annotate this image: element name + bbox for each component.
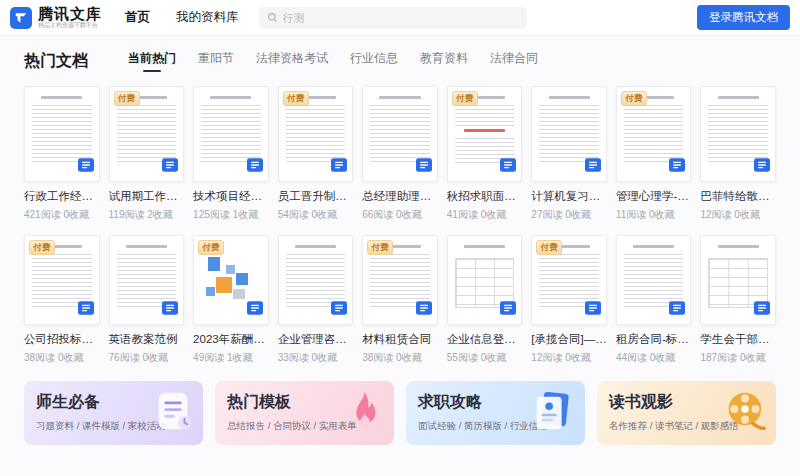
- nav-item-home[interactable]: 首页: [125, 9, 150, 26]
- search-icon: [267, 12, 278, 23]
- doc-thumbnail: 付费: [362, 235, 438, 325]
- doc-title: 企业信息登记表: [447, 332, 523, 347]
- promo-banner-orange[interactable]: 读书观影名作推荐 / 读书笔记 / 观影感悟: [597, 381, 776, 445]
- doc-file-icon: [162, 158, 178, 176]
- category-tab[interactable]: 重阳节: [198, 50, 234, 72]
- film-reel-icon: [720, 388, 768, 438]
- doc-title: 公司招投标授权...: [24, 332, 100, 347]
- doc-title: 租房合同-标准版: [616, 332, 692, 347]
- doc-thumbnail: [700, 235, 776, 325]
- doc-card[interactable]: 付费材料租赁合同38阅读 0收藏: [362, 235, 438, 365]
- paid-badge: 付费: [283, 91, 309, 106]
- doc-file-icon: [754, 301, 770, 319]
- header: 腾讯文库 精品文档资源下载平台 首页 我的资料库 登录腾讯文档: [0, 0, 800, 36]
- doc-card[interactable]: 付费管理心理学-复习...11阅读 0收藏: [616, 86, 692, 222]
- doc-stats: 38阅读 0收藏: [362, 351, 438, 365]
- main-nav: 首页 我的资料库: [125, 9, 239, 26]
- doc-file-icon: [754, 158, 770, 176]
- search-input[interactable]: [283, 12, 519, 24]
- doc-card[interactable]: 付费员工晋升制度及...54阅读 0收藏: [278, 86, 354, 222]
- doc-thumbnail: [193, 86, 269, 182]
- hot-docs-section-head: 热门文档 当前热门重阳节法律资格考试行业信息教育资料法律合同: [24, 50, 776, 72]
- doc-card[interactable]: 行政工作经验分...421阅读 0收藏: [24, 86, 100, 222]
- doc-card[interactable]: 技术项目经理面...125阅读 1收藏: [193, 86, 269, 222]
- doc-card[interactable]: 付费试用期工作经验...119阅读 2收藏: [109, 86, 185, 222]
- doc-card[interactable]: 租房合同-标准版44阅读 0收藏: [616, 235, 692, 365]
- doc-card[interactable]: 总经理助理工作...66阅读 0收藏: [362, 86, 438, 222]
- brand-logo[interactable]: 腾讯文库 精品文档资源下载平台: [10, 6, 103, 29]
- paid-badge: 付费: [367, 240, 393, 255]
- promo-banners: 师生必备习题资料 / 课件模版 / 家校活动热门模板总结报告 / 合同协议 / …: [24, 381, 776, 445]
- doc-title: 技术项目经理面...: [193, 189, 269, 204]
- doc-card[interactable]: 付费秋招求职面试技巧41阅读 0收藏: [447, 86, 523, 222]
- doc-grid-row-2: 付费公司招投标授权...38阅读 0收藏英语教案范例76阅读 0收藏付费2023…: [24, 235, 776, 365]
- paid-badge: 付费: [29, 240, 55, 255]
- category-tabs: 当前热门重阳节法律资格考试行业信息教育资料法律合同: [128, 50, 538, 72]
- nav-item-my-library[interactable]: 我的资料库: [176, 9, 239, 26]
- doc-stats: 55阅读 0收藏: [447, 351, 523, 365]
- doc-file-icon: [585, 301, 601, 319]
- category-tab[interactable]: 行业信息: [350, 50, 398, 72]
- doc-stats: 49阅读 1收藏: [193, 351, 269, 365]
- doc-stats: 12阅读 0收藏: [700, 208, 776, 222]
- doc-file-icon: [500, 158, 516, 176]
- doc-thumbnail: [362, 86, 438, 182]
- category-tab[interactable]: 教育资料: [420, 50, 468, 72]
- doc-stats: 27阅读 0收藏: [531, 208, 607, 222]
- doc-title: 秋招求职面试技巧: [447, 189, 523, 204]
- section-title: 热门文档: [24, 51, 88, 72]
- doc-stats: 66阅读 0收藏: [362, 208, 438, 222]
- doc-title: 学生会干部竞选...: [700, 332, 776, 347]
- doc-card[interactable]: 企业信息登记表55阅读 0收藏: [447, 235, 523, 365]
- doc-card[interactable]: 付费[承揽合同]—加...12阅读 0收藏: [531, 235, 607, 365]
- doc-thumbnail: [531, 86, 607, 182]
- doc-file-icon: [500, 301, 516, 319]
- search-box[interactable]: [259, 7, 527, 29]
- category-tab[interactable]: 当前热门: [128, 50, 176, 72]
- doc-title: 英语教案范例: [109, 332, 185, 347]
- doc-thumbnail: 付费: [193, 235, 269, 325]
- doc-title: 总经理助理工作...: [362, 189, 438, 204]
- doc-file-icon: [78, 301, 94, 319]
- doc-thumbnail: 付费: [616, 86, 692, 182]
- doc-card[interactable]: 付费2023年薪酬报告...49阅读 1收藏: [193, 235, 269, 365]
- doc-card[interactable]: 计算机复习资料27阅读 0收藏: [531, 86, 607, 222]
- doc-card[interactable]: 付费公司招投标授权...38阅读 0收藏: [24, 235, 100, 365]
- doc-file-icon: [247, 158, 263, 176]
- promo-banner-pink[interactable]: 热门模板总结报告 / 合同协议 / 实用表单: [215, 381, 394, 445]
- doc-thumbnail: [447, 235, 523, 325]
- doc-stats: 12阅读 0收藏: [531, 351, 607, 365]
- login-button[interactable]: 登录腾讯文档: [697, 5, 790, 30]
- doc-card[interactable]: 学生会干部竞选...187阅读 0收藏: [700, 235, 776, 365]
- doc-stats: 119阅读 2收藏: [109, 208, 185, 222]
- doc-file-icon: [669, 301, 685, 319]
- doc-stats: 41阅读 0收藏: [447, 208, 523, 222]
- doc-title: 行政工作经验分...: [24, 189, 100, 204]
- doc-thumbnail: 付费: [24, 235, 100, 325]
- promo-banner-blue[interactable]: 求职攻略面试经验 / 简历模版 / 行业信息: [406, 381, 585, 445]
- paid-badge: 付费: [621, 91, 647, 106]
- main-content: 热门文档 当前热门重阳节法律资格考试行业信息教育资料法律合同 行政工作经验分..…: [0, 36, 800, 445]
- doc-file-icon: [331, 301, 347, 319]
- doc-thumbnail: [24, 86, 100, 182]
- promo-banner-purple[interactable]: 师生必备习题资料 / 课件模版 / 家校活动: [24, 381, 203, 445]
- doc-file-icon: [162, 301, 178, 319]
- category-tab[interactable]: 法律合同: [490, 50, 538, 72]
- doc-title: 员工晋升制度及...: [278, 189, 354, 204]
- doc-card[interactable]: 巴菲特给散户的9...12阅读 0收藏: [700, 86, 776, 222]
- resume-icon: [529, 389, 577, 437]
- doc-thumbnail: [700, 86, 776, 182]
- doc-stats: 44阅读 0收藏: [616, 351, 692, 365]
- doc-card[interactable]: 企业管理咨询合同33阅读 0收藏: [278, 235, 354, 365]
- brand-name: 腾讯文库: [38, 6, 103, 22]
- doc-card[interactable]: 英语教案范例76阅读 0收藏: [109, 235, 185, 365]
- category-tab[interactable]: 法律资格考试: [256, 50, 328, 72]
- doc-thumbnail: 付费: [531, 235, 607, 325]
- doc-file-icon: [247, 301, 263, 319]
- brand-tagline: 精品文档资源下载平台: [38, 22, 98, 28]
- doc-title: 企业管理咨询合同: [278, 332, 354, 347]
- doc-file-icon: [416, 158, 432, 176]
- doc-stats: 187阅读 0收藏: [700, 351, 776, 365]
- doc-title: 材料租赁合同: [362, 332, 438, 347]
- doc-stats: 38阅读 0收藏: [24, 351, 100, 365]
